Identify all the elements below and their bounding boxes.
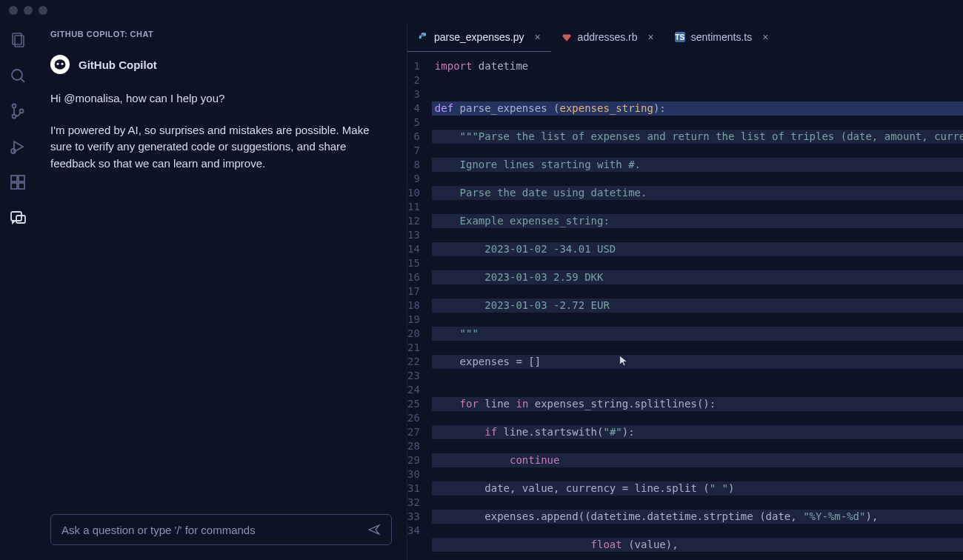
svg-rect-9 xyxy=(11,176,17,181)
svg-marker-18 xyxy=(562,35,571,41)
extensions-icon[interactable] xyxy=(9,173,27,191)
tab-label: sentiments.ts xyxy=(691,31,752,43)
tab-label: parse_expenses.py xyxy=(434,31,524,43)
close-icon[interactable]: × xyxy=(534,31,540,43)
svg-point-4 xyxy=(13,104,16,108)
bot-header: GitHub Copilot xyxy=(50,55,392,74)
chat-disclaimer: I'm powered by AI, so surprises and mist… xyxy=(50,122,392,173)
run-debug-icon[interactable] xyxy=(9,138,27,156)
traffic-light-close[interactable] xyxy=(9,6,18,15)
tab-label: addresses.rb xyxy=(578,31,638,43)
source-control-icon[interactable] xyxy=(9,102,27,120)
svg-rect-12 xyxy=(19,176,24,181)
svg-point-5 xyxy=(13,115,16,119)
svg-point-16 xyxy=(57,63,59,65)
chat-panel: GITHUB COPILOT: CHAT GitHub Copilot Hi @… xyxy=(36,22,407,560)
search-icon[interactable] xyxy=(9,67,27,84)
activity-bar xyxy=(0,22,36,560)
traffic-light-minimize[interactable] xyxy=(24,6,33,15)
close-icon[interactable]: × xyxy=(762,31,768,43)
svg-rect-10 xyxy=(11,183,17,189)
svg-point-15 xyxy=(55,59,66,70)
tab-sentiments[interactable]: TS sentiments.ts × xyxy=(664,22,779,52)
explorer-icon[interactable] xyxy=(9,31,27,49)
svg-point-8 xyxy=(11,149,16,153)
line-gutter: 1234567891011121314151617181920212223242… xyxy=(407,59,432,560)
window-controls xyxy=(9,6,47,15)
chat-input[interactable] xyxy=(61,524,367,536)
svg-line-3 xyxy=(21,79,24,82)
chat-greeting: Hi @monalisa, how can I help you? xyxy=(50,90,392,107)
svg-point-17 xyxy=(61,63,64,65)
panel-title: GITHUB COPILOT: CHAT xyxy=(50,30,392,39)
python-icon xyxy=(418,32,428,42)
bot-name: GitHub Copilot xyxy=(79,59,157,71)
copilot-avatar-icon xyxy=(50,55,70,74)
svg-point-2 xyxy=(12,70,22,80)
traffic-light-zoom[interactable] xyxy=(39,6,47,15)
typescript-icon: TS xyxy=(675,32,685,42)
chat-input-wrap xyxy=(50,514,392,545)
tab-bar: parse_expenses.py × addresses.rb × TS se… xyxy=(407,22,963,52)
tab-addresses[interactable]: addresses.rb × xyxy=(551,22,664,52)
code-content[interactable]: import datetime def parse_expenses (expe… xyxy=(432,59,963,560)
chat-icon[interactable] xyxy=(9,209,27,227)
svg-rect-14 xyxy=(16,216,25,223)
svg-rect-11 xyxy=(19,183,24,189)
code-editor[interactable]: 1234567891011121314151617181920212223242… xyxy=(407,52,963,560)
ruby-icon xyxy=(562,32,572,42)
mention: @monalisa xyxy=(64,92,119,104)
send-button[interactable] xyxy=(367,523,381,536)
tab-parse-expenses[interactable]: parse_expenses.py × xyxy=(407,22,551,52)
svg-point-6 xyxy=(20,110,24,113)
editor-area: parse_expenses.py × addresses.rb × TS se… xyxy=(407,22,963,560)
close-icon[interactable]: × xyxy=(648,31,654,43)
